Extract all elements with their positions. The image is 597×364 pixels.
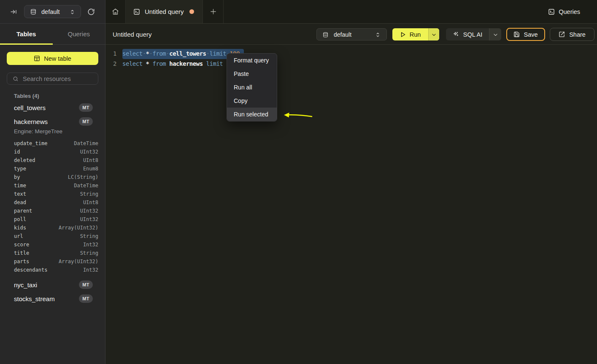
menu-item-paste[interactable]: Paste — [227, 67, 277, 81]
column-row: deletedUInt8 — [0, 156, 105, 164]
new-tab-button[interactable] — [203, 0, 224, 23]
search-icon — [13, 76, 19, 82]
table-icon — [34, 55, 40, 62]
save-button[interactable]: Save — [506, 28, 545, 41]
code-token: * — [146, 50, 149, 57]
code-token: limit — [206, 60, 223, 67]
column-name: score — [14, 242, 29, 248]
column-row: scoreInt32 — [0, 240, 105, 249]
table-name: stocks_stream — [14, 295, 55, 302]
menu-item-run-selected[interactable]: Run selected — [227, 108, 277, 121]
column-type: String — [80, 250, 98, 256]
database-selector-value: default — [41, 8, 70, 15]
new-table-button[interactable]: New table — [7, 52, 98, 65]
code-token: cell_towers — [169, 50, 206, 57]
sql-editor[interactable]: 1select·*·from·cell_towers·limit·1002sel… — [105, 45, 597, 69]
tab-tables-label: Tables — [16, 30, 36, 38]
run-button-label: Run — [410, 31, 421, 38]
tab-untitled-query[interactable]: Untitled query — [125, 0, 203, 23]
code-token: select — [122, 50, 143, 57]
table-row-hackernews[interactable]: hackernewsMT — [14, 117, 93, 126]
engine-badge: MT — [79, 294, 93, 303]
save-button-label: Save — [524, 31, 538, 38]
column-type: Int32 — [83, 242, 98, 248]
column-type: UInt8 — [83, 157, 98, 163]
menu-item-copy[interactable]: Copy — [227, 94, 277, 108]
share-icon — [559, 31, 565, 38]
refresh-icon[interactable] — [87, 8, 95, 16]
column-name: dead — [14, 200, 26, 205]
sql-ai-button[interactable]: SQL AI — [446, 28, 489, 40]
line-number: 2 — [105, 59, 116, 69]
sidebar: default Tables Queries New table — [0, 0, 105, 364]
sparkles-icon — [453, 31, 459, 38]
column-name: type — [14, 166, 26, 172]
run-options-button[interactable] — [428, 28, 439, 40]
home-icon — [112, 8, 119, 15]
table-row-cell_towers[interactable]: cell_towersMT — [14, 103, 93, 112]
column-row: timeDateTime — [0, 181, 105, 190]
code-text: select·*·from·cell_towers·limit·100 — [122, 50, 240, 57]
whitespace-dot: · — [206, 50, 210, 57]
column-name: time — [14, 183, 26, 189]
column-row: typeEnum8 — [0, 164, 105, 173]
toolbar-database-value: default — [334, 31, 375, 38]
code-text: select * from hackernews limit 100 — [122, 60, 236, 67]
sql-ai-options-button[interactable] — [489, 28, 501, 40]
line-number: 1 — [105, 49, 116, 59]
database-selector[interactable]: default — [24, 5, 81, 18]
column-name: kids — [14, 225, 26, 231]
tab-queries[interactable]: Queries — [53, 24, 105, 44]
tables-section-title: Tables (4) — [14, 93, 98, 99]
database-icon — [30, 9, 36, 15]
table-engine-label: Engine: MergeTree — [14, 128, 98, 135]
sql-ai-label: SQL AI — [463, 31, 482, 38]
run-button[interactable]: Run — [392, 28, 428, 40]
table-name: hackernews — [14, 118, 48, 125]
column-row: textString — [0, 190, 105, 198]
column-name: parent — [14, 208, 32, 214]
sidebar-tabs: Tables Queries — [0, 24, 105, 45]
queries-button[interactable]: Queries — [548, 0, 580, 24]
editor-context-menu: Format queryPasteRun allCopyRun selected — [227, 53, 277, 121]
whitespace-dot: · — [143, 50, 146, 57]
sidebar-topbar: default — [0, 0, 105, 24]
database-icon — [323, 32, 328, 37]
column-name: id — [14, 149, 20, 155]
table-list: cell_towersMThackernewsMTEngine: MergeTr… — [0, 103, 105, 303]
editor-line: 2select * from hackernews limit 100 — [105, 59, 597, 69]
chevron-down-icon — [431, 32, 437, 37]
table-row-nyc_taxi[interactable]: nyc_taxiMT — [14, 280, 93, 289]
save-icon — [513, 31, 520, 38]
app: default Tables Queries New table — [0, 0, 597, 364]
column-row: partsArray(UInt32) — [0, 257, 105, 266]
home-button[interactable] — [105, 0, 125, 23]
chevrons-up-down-icon — [375, 32, 381, 37]
menu-item-run-all[interactable]: Run all — [227, 81, 277, 94]
code-token: limit — [210, 50, 227, 57]
table-name: nyc_taxi — [14, 281, 37, 289]
column-row: update_timeDateTime — [0, 139, 105, 148]
column-row: byLC(String) — [0, 173, 105, 181]
column-name: title — [14, 250, 29, 256]
tab-tables[interactable]: Tables — [0, 24, 53, 44]
column-row: urlString — [0, 232, 105, 240]
collapse-sidebar-icon[interactable] — [10, 8, 17, 15]
column-name: update_time — [14, 140, 47, 146]
share-button[interactable]: Share — [550, 28, 594, 41]
column-row: pollUInt32 — [0, 215, 105, 224]
column-type: Array(UInt32) — [59, 259, 98, 264]
column-name: poll — [14, 216, 26, 222]
terminal-square-icon — [548, 8, 555, 15]
table-row-stocks_stream[interactable]: stocks_streamMT — [14, 294, 93, 303]
tab-queries-label: Queries — [68, 30, 90, 38]
new-table-label: New table — [44, 55, 71, 62]
toolbar-database-selector[interactable]: default — [316, 28, 387, 40]
table-name: cell_towers — [14, 104, 46, 111]
menu-item-format-query[interactable]: Format query — [227, 54, 277, 67]
column-type: LC(String) — [68, 174, 98, 180]
column-type: UInt32 — [80, 208, 98, 214]
whitespace-dot: · — [149, 50, 153, 57]
run-button-group: Run — [392, 28, 439, 40]
search-input[interactable] — [23, 75, 94, 82]
